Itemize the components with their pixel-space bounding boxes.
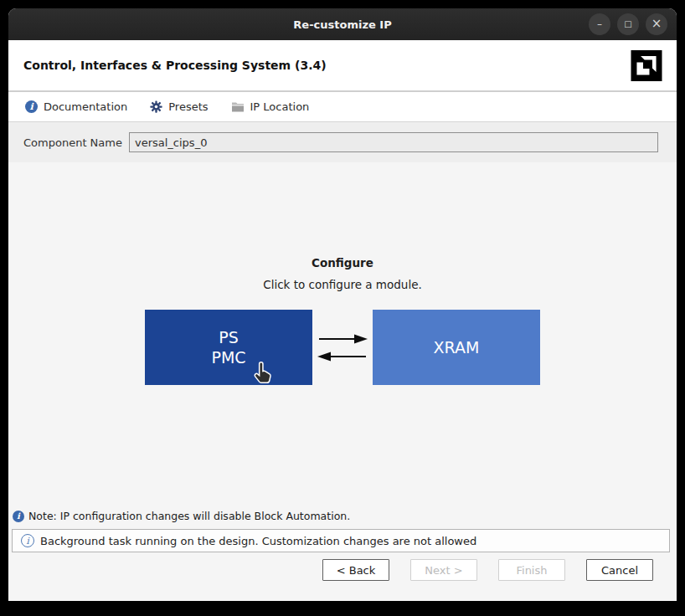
- folder-icon: [231, 101, 245, 113]
- window-controls: – □ ×: [589, 13, 667, 35]
- minimize-button[interactable]: –: [589, 13, 610, 35]
- configure-subheading: Click to configure a module.: [8, 278, 677, 291]
- status-banner: i Background task running on the design.…: [12, 529, 670, 552]
- recustomize-ip-dialog: Re-customize IP – □ × Control, Interface…: [8, 8, 677, 601]
- close-icon: ×: [652, 18, 662, 30]
- component-name-input[interactable]: [129, 132, 658, 152]
- footer-buttons: < Back Next > Finish Cancel: [8, 559, 653, 581]
- status-info-icon: i: [21, 534, 34, 547]
- toolbar-item-ip-location[interactable]: IP Location: [231, 100, 310, 113]
- toolbar-item-label: Documentation: [44, 100, 127, 113]
- configure-heading: Configure: [8, 256, 677, 270]
- window-title: Re-customize IP: [293, 18, 391, 31]
- toolbar: i Documentation: [8, 92, 677, 122]
- maximize-icon: □: [624, 20, 631, 28]
- module-ps-pmc[interactable]: PS PMC: [145, 310, 312, 385]
- titlebar[interactable]: Re-customize IP – □ ×: [8, 8, 677, 40]
- module-connection: [312, 310, 373, 385]
- status-text: Background task running on the design. C…: [40, 535, 476, 547]
- dialog-header: Control, Interfaces & Processing System …: [8, 40, 677, 92]
- bidirectional-arrows-icon: [312, 310, 373, 385]
- dialog-body: Component Name Configure Click to config…: [8, 122, 677, 601]
- module-label-line: PMC: [211, 347, 245, 367]
- note-info-icon: i: [13, 511, 24, 522]
- minimize-icon: –: [597, 19, 602, 29]
- component-name-label: Component Name: [23, 136, 122, 149]
- module-label-line: XRAM: [434, 337, 480, 357]
- info-icon: i: [25, 100, 38, 113]
- gear-icon: [150, 100, 162, 113]
- next-button: Next >: [410, 559, 477, 581]
- back-button[interactable]: < Back: [322, 559, 389, 581]
- close-button[interactable]: ×: [646, 13, 667, 35]
- finish-button: Finish: [498, 559, 565, 581]
- maximize-button[interactable]: □: [617, 13, 639, 35]
- amd-logo: [631, 50, 662, 81]
- toolbar-item-documentation[interactable]: i Documentation: [25, 100, 127, 113]
- toolbar-item-label: IP Location: [250, 100, 310, 113]
- module-xram[interactable]: XRAM: [373, 310, 540, 385]
- note-row: i Note: IP configuration changes will di…: [13, 510, 677, 522]
- cancel-button[interactable]: Cancel: [586, 559, 653, 581]
- toolbar-item-presets[interactable]: Presets: [150, 100, 208, 113]
- toolbar-item-label: Presets: [168, 100, 208, 113]
- module-label-line: PS: [219, 327, 239, 347]
- page-title: Control, Interfaces & Processing System …: [23, 59, 327, 72]
- note-text: Note: IP configuration changes will disa…: [28, 510, 350, 522]
- module-blocks: PS PMC XRAM: [145, 310, 540, 385]
- component-name-row: Component Name: [8, 122, 677, 162]
